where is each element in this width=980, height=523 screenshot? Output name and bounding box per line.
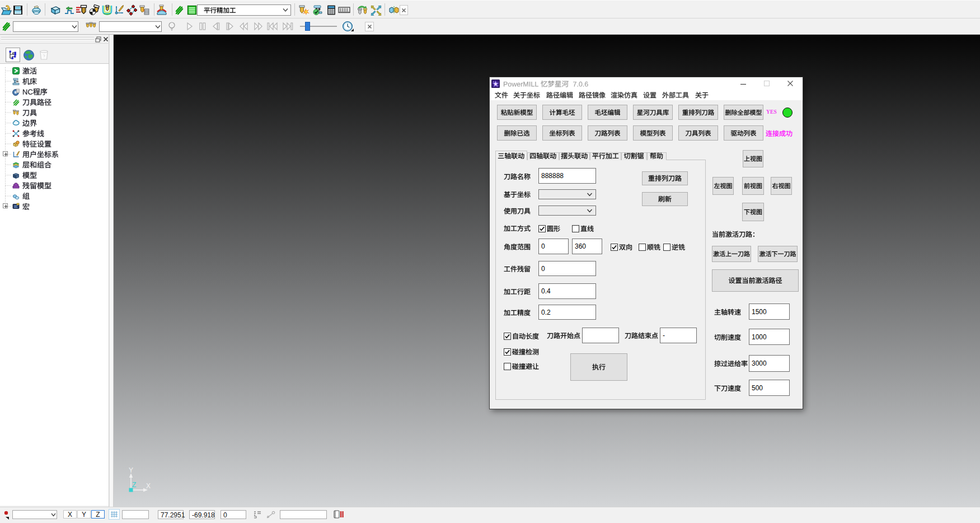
svg-text:X: X [146, 482, 151, 490]
svg-text:Z: Z [132, 481, 136, 489]
svg-text:Y: Y [129, 466, 133, 474]
